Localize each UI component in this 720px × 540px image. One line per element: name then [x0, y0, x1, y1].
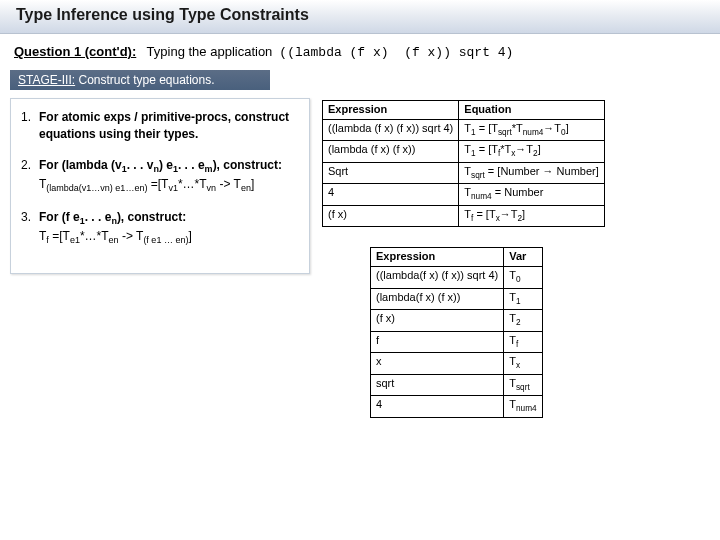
- table-cell: Tx: [504, 353, 542, 375]
- table-cell: (lambda(f x) (f x)): [371, 288, 504, 310]
- table-header: Var: [504, 248, 542, 267]
- question-code: ((lambda (f x) (f x)) sqrt 4): [279, 45, 513, 60]
- table-row: ((lambda(f x) (f x)) sqrt 4)T0: [371, 267, 543, 289]
- table-cell: Sqrt: [323, 162, 459, 184]
- table-cell: Tf = [Tx→T2]: [459, 205, 605, 227]
- table-row: (lambda (f x) (f x))T1 = [Tf*Tx→T2]: [323, 141, 605, 163]
- content-area: 1.For atomic exps / primitive-procs, con…: [0, 90, 720, 418]
- table-row: SqrtTsqrt = [Number → Number]: [323, 162, 605, 184]
- table-row: (lambda(f x) (f x))T1: [371, 288, 543, 310]
- table-row: (f x)Tf = [Tx→T2]: [323, 205, 605, 227]
- table-row: xTx: [371, 353, 543, 375]
- table-cell: sqrt: [371, 374, 504, 396]
- rules-box: 1.For atomic exps / primitive-procs, con…: [10, 98, 310, 274]
- rule-item: 2.For (lambda (v1. . . vn) e1. . . em), …: [21, 157, 299, 195]
- table-row: 4Tnum4: [371, 396, 543, 418]
- var-table: ExpressionVar((lambda(f x) (f x)) sqrt 4…: [370, 247, 543, 417]
- title-bar: Type Inference using Type Constraints: [0, 0, 720, 34]
- tables-column: ExpressionEquation((lambda (f x) (f x)) …: [310, 90, 605, 418]
- rule-number: 1.: [21, 109, 39, 143]
- table-cell: 4: [323, 184, 459, 206]
- table-row: fTf: [371, 331, 543, 353]
- table-cell: T1 = [Tsqrt*Tnum4→T0]: [459, 119, 605, 141]
- table-cell: (f x): [371, 310, 504, 332]
- rule-body: For (lambda (v1. . . vn) e1. . . em), co…: [39, 157, 299, 195]
- rule-item: 3.For (f e1. . . en), construct:Tf =[Te1…: [21, 209, 299, 247]
- rule-number: 3.: [21, 209, 39, 247]
- table-cell: x: [371, 353, 504, 375]
- table-row: (f x)T2: [371, 310, 543, 332]
- table-cell: T2: [504, 310, 542, 332]
- table-cell: 4: [371, 396, 504, 418]
- table-row: ((lambda (f x) (f x)) sqrt 4)T1 = [Tsqrt…: [323, 119, 605, 141]
- table-cell: T1 = [Tf*Tx→T2]: [459, 141, 605, 163]
- rule-body: For atomic exps / primitive-procs, const…: [39, 109, 299, 143]
- table-header: Expression: [371, 248, 504, 267]
- question-label: Question 1 (cont'd):: [14, 44, 136, 59]
- table-header: Equation: [459, 101, 605, 120]
- table-cell: ((lambda(f x) (f x)) sqrt 4): [371, 267, 504, 289]
- rule-body: For (f e1. . . en), construct:Tf =[Te1*……: [39, 209, 299, 247]
- table-cell: ((lambda (f x) (f x)) sqrt 4): [323, 119, 459, 141]
- table-row: sqrtTsqrt: [371, 374, 543, 396]
- table-cell: T1: [504, 288, 542, 310]
- stage-bar: STAGE-III: Construct type equations.: [10, 70, 270, 90]
- rule-item: 1.For atomic exps / primitive-procs, con…: [21, 109, 299, 143]
- table-header: Expression: [323, 101, 459, 120]
- table-cell: Tnum4 = Number: [459, 184, 605, 206]
- page-title: Type Inference using Type Constraints: [16, 6, 704, 24]
- table-row: 4Tnum4 = Number: [323, 184, 605, 206]
- table-cell: f: [371, 331, 504, 353]
- equation-table: ExpressionEquation((lambda (f x) (f x)) …: [322, 100, 605, 227]
- stage-text: Construct type equations.: [75, 73, 214, 87]
- table-cell: (lambda (f x) (f x)): [323, 141, 459, 163]
- table-cell: T0: [504, 267, 542, 289]
- table-cell: Tf: [504, 331, 542, 353]
- table-cell: Tsqrt = [Number → Number]: [459, 162, 605, 184]
- table-cell: (f x): [323, 205, 459, 227]
- table-cell: Tsqrt: [504, 374, 542, 396]
- question-row: Question 1 (cont'd): Typing the applicat…: [0, 34, 720, 66]
- stage-prefix: STAGE-III:: [18, 73, 75, 87]
- table-cell: Tnum4: [504, 396, 542, 418]
- rule-number: 2.: [21, 157, 39, 195]
- question-text: Typing the application: [140, 44, 276, 59]
